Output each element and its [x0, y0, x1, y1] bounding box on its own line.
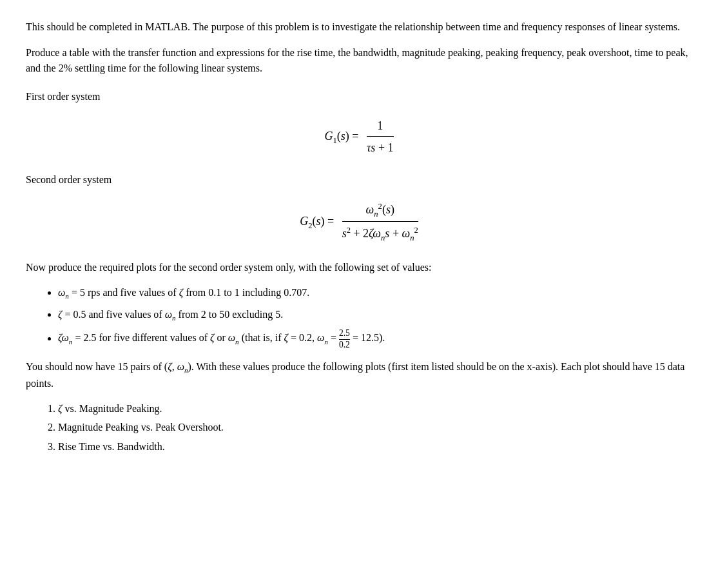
- second-order-fraction: ωn2(s) s2 + 2ζωns + ωn2: [342, 201, 418, 244]
- second-order-denominator: s2 + 2ζωns + ωn2: [342, 223, 418, 244]
- now-paragraph: Now produce the required plots for the s…: [26, 260, 692, 275]
- first-order-formula: G1(s) = 1 τs + 1: [26, 117, 692, 157]
- first-order-numerator: 1: [367, 117, 394, 137]
- intro-para-1: This should be completed in MATLAB. The …: [26, 19, 692, 35]
- first-order-denominator: τs + 1: [367, 138, 394, 157]
- first-order-label: G1(s) =: [324, 128, 358, 146]
- bullet-item-1: ωn = 5 rps and five values of ζ from 0.1…: [58, 284, 692, 302]
- intro-para-2: Produce a table with the transfer functi…: [26, 45, 692, 76]
- bullet-item-2: ζ = 0.5 and five values of ωn from 2 to …: [58, 306, 692, 324]
- bullet-list: ωn = 5 rps and five values of ζ from 0.1…: [58, 284, 692, 350]
- ordered-list: ζ vs. Magnitude Peaking. Magnitude Peaki…: [58, 400, 692, 455]
- ordered-item-1: ζ vs. Magnitude Peaking.: [58, 400, 692, 417]
- first-order-heading: First order system: [26, 89, 692, 104]
- second-order-numerator: ωn2(s): [342, 201, 418, 222]
- second-order-heading: Second order system: [26, 172, 692, 188]
- ordered-item-2: Magnitude Peaking vs. Peak Overshoot.: [58, 419, 692, 436]
- first-order-fraction: 1 τs + 1: [367, 117, 394, 157]
- ordered-item-3: Rise Time vs. Bandwidth.: [58, 438, 692, 455]
- bullet-item-3: ζωn = 2.5 for five different values of ζ…: [58, 328, 692, 350]
- second-order-formula: G2(s) = ωn2(s) s2 + 2ζωns + ωn2: [26, 201, 692, 244]
- pairs-paragraph: You should now have 15 pairs of (ζ, ωn).…: [26, 359, 692, 391]
- second-order-label: G2(s) =: [300, 213, 334, 231]
